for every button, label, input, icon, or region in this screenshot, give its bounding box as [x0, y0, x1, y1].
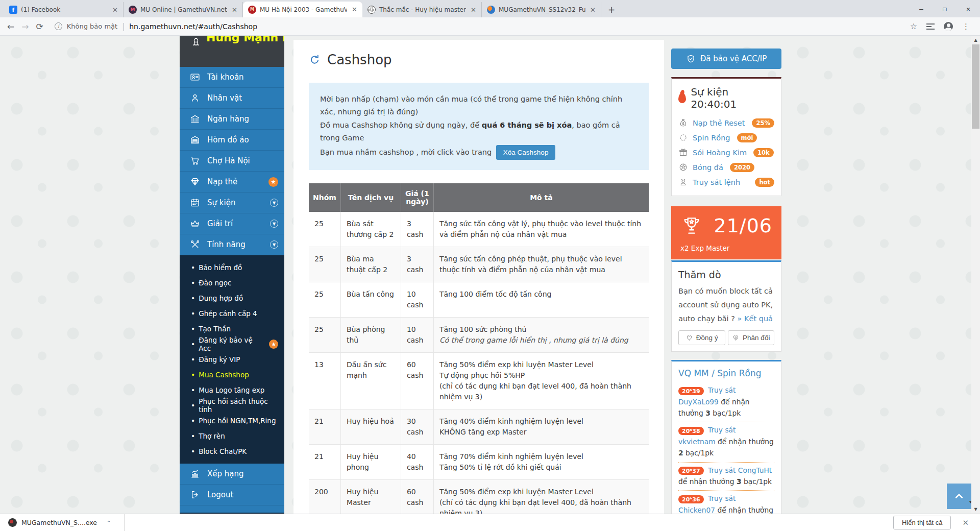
feed-title-link[interactable]: VQ MM / Spin Rồng	[678, 368, 774, 378]
sidebar-submenu-item[interactable]: • Phục hồi NGN,TM,Ring ★	[180, 413, 284, 428]
event-item[interactable]: Nạp thẻ Reset 25%	[678, 115, 774, 130]
profile-avatar[interactable]	[944, 22, 953, 31]
table-row[interactable]: 200 Huy hiệu Master 60 cash Tăng 50% điể…	[309, 479, 649, 514]
cell-service-name[interactable]: Bùa phòng thủ	[340, 317, 401, 352]
feed-player-link[interactable]: Truy sát CongTuHt	[708, 466, 772, 474]
window-maximize-button[interactable]: ❐	[933, 0, 957, 17]
show-all-downloads-button[interactable]: Hiển thị tất cả	[893, 516, 951, 529]
sidebar-submenu-item[interactable]: • Ghép cánh cấp 4 ★	[180, 306, 284, 321]
sidebar-menu-item[interactable]: Tài khoản ★ ▼	[180, 67, 284, 88]
download-item[interactable]: MUGamethuVN_S....exe ⌃	[8, 518, 111, 527]
scrollbar-down-arrow[interactable]: ▼	[971, 505, 980, 514]
table-row[interactable]: 13 Dấu ấn sức mạnh 60 cash Tăng 50% điểm…	[309, 352, 649, 409]
cell-service-name[interactable]: Huy hiệu Master	[340, 479, 401, 514]
sidebar-submenu-item[interactable]: • Đăng ký bảo vệ Acc ★	[180, 336, 284, 352]
event-item[interactable]: Truy sát lệnh hot	[678, 175, 774, 189]
url-text[interactable]: hn.gamethuvn.net/#auth/Cashshop	[129, 22, 257, 31]
event-item[interactable]: Spin Rồng mới	[678, 130, 774, 145]
sidebar-menu-item[interactable]: Nạp thẻ ★ ▼	[180, 172, 284, 192]
info-icon[interactable]: i	[55, 22, 62, 30]
sidebar-menu-item[interactable]: Nhân vật ★ ▼	[180, 88, 284, 109]
table-row[interactable]: 25 Bùa sát thương cấp 2 3 cash Tăng sức …	[309, 212, 649, 247]
browser-tab[interactable]: f (1) Facebook ✕	[4, 2, 124, 17]
sidebar-menu-item[interactable]: Tính năng ★ ▼	[180, 234, 284, 255]
tab-close-icon[interactable]: ✕	[111, 6, 119, 14]
table-row[interactable]: 25 Bùa phòng thủ 10 cash Tăng 100 sức ph…	[309, 317, 649, 352]
sidebar-submenu-item[interactable]: • Dung hợp đồ ★	[180, 291, 284, 306]
sidebar-submenu-item[interactable]: • Đào ngọc ★	[180, 275, 284, 291]
cell-service-name[interactable]: Huy hiệu phong	[340, 444, 401, 479]
sidebar-menu-item[interactable]: Giải trí ★ ▼	[180, 213, 284, 234]
sidebar-submenu-item[interactable]: • Thợ rèn ★	[180, 428, 284, 444]
address-bar[interactable]: i Không bảo mật | hn.gamethuvn.net/#auth…	[55, 22, 903, 31]
event-link[interactable]: Spin Rồng	[693, 134, 730, 142]
sidebar-item-label: Chợ Hà Nội	[207, 156, 250, 165]
new-tab-button[interactable]: +	[604, 3, 619, 17]
event-item[interactable]: Sói Hoàng Kim 10k	[678, 145, 774, 160]
cell-service-name[interactable]: Bùa ma thuật cấp 2	[340, 247, 401, 282]
back-button[interactable]: ←	[7, 21, 14, 32]
table-row[interactable]: 25 Bùa tấn công 10 cash Tăng 100 điểm tố…	[309, 282, 649, 317]
acc-protect-button[interactable]: Đã bảo vệ ACC/IP	[671, 49, 781, 69]
table-row[interactable]: 25 Bùa ma thuật cấp 2 3 cash Tăng sức tấ…	[309, 247, 649, 282]
event-item[interactable]: Bóng đá 2020	[678, 160, 774, 175]
sidebar-submenu-item[interactable]: • Tạo Thần ★	[180, 321, 284, 336]
browser-menu-icon[interactable]: ⋮	[962, 22, 970, 31]
sidebar-submenu-item[interactable]: • Mua Logo tăng exp ★	[180, 382, 284, 398]
sidebar-menu-item[interactable]: Sự kiện ★ ▼	[180, 192, 284, 213]
username: Hưng Mạnh IN	[206, 36, 284, 44]
forward-button[interactable]: →	[21, 21, 29, 32]
poll-result-link[interactable]: » Kết quả	[738, 315, 773, 323]
table-row[interactable]: 21 Huy hiệu hoả 30 cash Tăng 40% điểm ki…	[309, 409, 649, 444]
sidebar-menu-item[interactable]: Ngân hàng ★ ▼	[180, 109, 284, 130]
page-title: Cashshop	[309, 52, 649, 67]
reload-button[interactable]: ⟳	[36, 21, 43, 32]
scrollbar-up-arrow[interactable]: ▲	[971, 36, 980, 44]
sidebar-menu-item[interactable]: Hòm đồ ảo ★ ▼	[180, 130, 284, 151]
poll-agree-button[interactable]: Đồng ý	[678, 330, 725, 345]
scroll-to-top-button[interactable]	[947, 484, 971, 509]
table-row[interactable]: 21 Huy hiệu phong 40 cash Tăng 70% điểm …	[309, 444, 649, 479]
browser-tab[interactable]: Thắc mắc - Huy hiệu master 2 | G ✕	[362, 2, 482, 17]
reading-list-icon[interactable]	[926, 23, 935, 30]
sidebar-submenu-item[interactable]: • Block Chat/PK ★	[180, 444, 284, 459]
cell-service-name[interactable]: Dấu ấn sức mạnh	[340, 352, 401, 409]
cell-group: 25	[309, 212, 340, 247]
event-link[interactable]: Sói Hoàng Kim	[693, 149, 747, 157]
event-link[interactable]: Bóng đá	[693, 163, 723, 172]
tab-close-icon[interactable]: ✕	[470, 6, 477, 14]
tab-close-icon[interactable]: ✕	[351, 6, 358, 13]
browser-tab[interactable]: M MU Hà Nội 2003 - GamethuVN.n ✕	[243, 2, 362, 17]
cell-description: Tăng 50% điểm exp khi luyện Master Level…	[433, 479, 649, 514]
browser-tab[interactable]: MUGamethuVN_SS12v32_Full ✕	[482, 2, 601, 17]
poll-panel: Thăm dò Bạn có muốn block tất cả account…	[671, 260, 781, 352]
refresh-icon[interactable]	[309, 54, 321, 66]
cell-service-name[interactable]: Bùa tấn công	[340, 282, 401, 317]
cell-service-name[interactable]: Bùa sát thương cấp 2	[340, 212, 401, 247]
sidebar-submenu-item[interactable]: • Phục hồi sách thuộc tính ★	[180, 398, 284, 413]
download-caret-icon[interactable]: ⌃	[107, 520, 111, 525]
sidebar-menu-item[interactable]: Xếp hạng	[180, 464, 284, 485]
sidebar-submenu-item[interactable]: • Đăng ký VIP ★	[180, 352, 284, 367]
scrollbar-thumb[interactable]	[972, 44, 979, 129]
tab-close-icon[interactable]: ✕	[589, 6, 597, 14]
cell-description: Tăng 70% điểm kinh nghiệm luyện levelTăn…	[433, 444, 649, 479]
poll-disagree-button[interactable]: Phản đối	[728, 330, 775, 345]
window-close-button[interactable]: ✕	[957, 0, 980, 17]
bookmark-star-icon[interactable]: ☆	[910, 21, 917, 31]
cell-service-name[interactable]: Huy hiệu hoả	[340, 409, 401, 444]
window-minimize-button[interactable]: —	[910, 0, 933, 17]
event-link[interactable]: Truy sát lệnh	[693, 178, 740, 186]
sidebar-menu-item[interactable]: Logout	[180, 485, 284, 505]
chevron-up-icon	[954, 490, 964, 502]
sidebar-submenu-item[interactable]: • Mua Cashshop ★	[180, 367, 284, 382]
sidebar-submenu-item[interactable]: • Bảo hiểm đồ ★	[180, 260, 284, 275]
event-badge: mới	[737, 133, 757, 142]
event-link[interactable]: Nạp thẻ Reset	[693, 119, 745, 127]
sidebar-user-header[interactable]: Hưng Mạnh IN	[180, 36, 284, 67]
download-bar-close-icon[interactable]: ✕	[962, 518, 969, 527]
sidebar-menu-item[interactable]: Chợ Hà Nội ★ ▼	[180, 151, 284, 172]
delete-cashshop-button[interactable]: Xóa Cashshop	[496, 145, 556, 160]
browser-tab[interactable]: M MU Online | GamethuVN.net - Se ✕	[124, 2, 243, 17]
tab-close-icon[interactable]: ✕	[231, 6, 238, 14]
